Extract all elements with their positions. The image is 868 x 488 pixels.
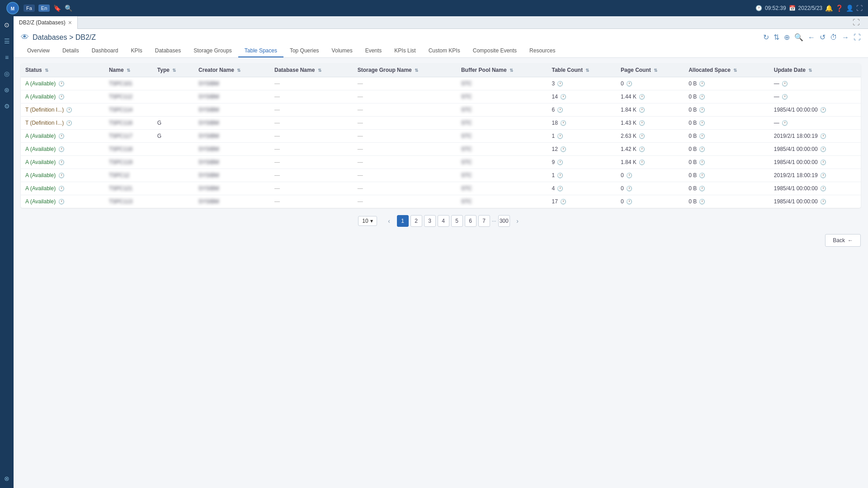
alloc-space-clock-icon[interactable]: 🕐 bbox=[699, 146, 705, 152]
alloc-space-clock-icon[interactable]: 🕐 bbox=[699, 81, 705, 86]
alloc-space-clock-icon[interactable]: 🕐 bbox=[699, 120, 705, 126]
alloc-space-clock-icon[interactable]: 🕐 bbox=[699, 94, 705, 99]
table-count-clock-icon[interactable]: 🕐 bbox=[557, 107, 563, 113]
sidebar-users-icon[interactable]: ⊛ bbox=[2, 85, 12, 95]
alloc-space-clock-icon[interactable]: 🕐 bbox=[699, 186, 705, 191]
status-clock-icon[interactable]: 🕐 bbox=[66, 120, 72, 126]
forward-nav-icon[interactable]: → bbox=[842, 33, 849, 42]
tab-table-spaces[interactable]: Table Spaces bbox=[238, 45, 283, 57]
back-nav-icon[interactable]: ← bbox=[808, 33, 815, 42]
table-count-clock-icon[interactable]: 🕐 bbox=[560, 120, 566, 126]
table-count-clock-icon[interactable]: 🕐 bbox=[557, 173, 563, 178]
col-page-count[interactable]: Page Count ⇅ bbox=[616, 63, 684, 77]
page-7-button[interactable]: 7 bbox=[478, 215, 490, 227]
user-icon[interactable]: 👤 bbox=[846, 5, 854, 12]
bell-icon[interactable]: 🔔 bbox=[825, 5, 833, 12]
update-date-clock-icon[interactable]: 🕐 bbox=[820, 186, 826, 191]
page-300-button[interactable]: 300 bbox=[498, 215, 510, 227]
col-buffer-pool-name[interactable]: Buffer Pool Name ⇅ bbox=[457, 63, 547, 77]
page-4-button[interactable]: 4 bbox=[438, 215, 449, 227]
sidebar-home-icon[interactable]: ⊙ bbox=[2, 20, 12, 30]
update-date-clock-icon[interactable]: 🕐 bbox=[782, 81, 788, 86]
history-icon[interactable]: ⏱ bbox=[830, 33, 837, 42]
col-storage-group-name[interactable]: Storage Group Name ⇅ bbox=[353, 63, 457, 77]
col-table-count[interactable]: Table Count ⇅ bbox=[547, 63, 616, 77]
page-count-clock-icon[interactable]: 🕐 bbox=[626, 173, 632, 178]
tab-volumes[interactable]: Volumes bbox=[326, 45, 359, 57]
page-2-button[interactable]: 2 bbox=[410, 215, 422, 227]
alloc-space-clock-icon[interactable]: 🕐 bbox=[699, 133, 705, 139]
help-icon[interactable]: ❓ bbox=[835, 5, 843, 12]
tab-events[interactable]: Events bbox=[359, 45, 388, 57]
tab-top-queries[interactable]: Top Queries bbox=[283, 45, 326, 57]
status-clock-icon[interactable]: 🕐 bbox=[58, 146, 65, 152]
col-name[interactable]: Name ⇅ bbox=[104, 63, 153, 77]
sidebar-list-icon[interactable]: ☰ bbox=[2, 36, 12, 46]
sidebar-bottom-icon[interactable]: ⊗ bbox=[2, 474, 12, 483]
bookmark-icon[interactable]: 🔖 bbox=[53, 5, 61, 12]
status-clock-icon[interactable]: 🕐 bbox=[66, 107, 72, 113]
update-date-clock-icon[interactable]: 🕐 bbox=[820, 199, 826, 204]
back-button[interactable]: Back ← bbox=[825, 234, 861, 247]
update-date-clock-icon[interactable]: 🕐 bbox=[820, 160, 826, 165]
tab-details[interactable]: Details bbox=[56, 45, 85, 57]
page-count-clock-icon[interactable]: 🕐 bbox=[639, 120, 645, 126]
status-clock-icon[interactable]: 🕐 bbox=[58, 199, 65, 204]
page-1-button[interactable]: 1 bbox=[397, 215, 409, 227]
col-type[interactable]: Type ⇅ bbox=[153, 63, 194, 77]
tab-overview[interactable]: Overview bbox=[21, 45, 56, 57]
tab-composite-events[interactable]: Composite Events bbox=[467, 45, 523, 57]
new-tab-button[interactable]: ⛶ bbox=[848, 19, 864, 27]
next-page-button[interactable]: › bbox=[512, 215, 524, 227]
lang-fa-button[interactable]: Fa bbox=[24, 5, 35, 12]
page-count-clock-icon[interactable]: 🕐 bbox=[626, 186, 632, 191]
tab-databases[interactable]: Databases bbox=[149, 45, 187, 57]
search-header-icon[interactable]: 🔍 bbox=[794, 33, 803, 42]
search-icon[interactable]: 🔍 bbox=[65, 5, 72, 12]
page-count-clock-icon[interactable]: 🕐 bbox=[639, 94, 645, 99]
sidebar-settings-icon[interactable]: ⚙ bbox=[2, 101, 12, 111]
alloc-space-clock-icon[interactable]: 🕐 bbox=[699, 107, 705, 113]
page-count-clock-icon[interactable]: 🕐 bbox=[639, 133, 645, 139]
update-date-clock-icon[interactable]: 🕐 bbox=[782, 120, 788, 126]
table-count-clock-icon[interactable]: 🕐 bbox=[560, 146, 566, 152]
update-date-clock-icon[interactable]: 🕐 bbox=[782, 94, 788, 99]
fullscreen-icon[interactable]: ⛶ bbox=[854, 33, 861, 42]
alloc-space-clock-icon[interactable]: 🕐 bbox=[699, 199, 705, 204]
col-status[interactable]: Status ⇅ bbox=[21, 63, 104, 77]
col-allocated-space[interactable]: Allocated Space ⇅ bbox=[684, 63, 769, 77]
table-count-clock-icon[interactable]: 🕐 bbox=[560, 94, 566, 99]
update-date-clock-icon[interactable]: 🕐 bbox=[820, 107, 826, 113]
columns-icon[interactable]: ⇅ bbox=[774, 33, 779, 42]
status-clock-icon[interactable]: 🕐 bbox=[58, 186, 65, 191]
sidebar-menu-icon[interactable]: ≡ bbox=[2, 52, 12, 62]
status-clock-icon[interactable]: 🕐 bbox=[58, 173, 65, 178]
reload-nav-icon[interactable]: ↺ bbox=[820, 33, 826, 42]
lang-en-button[interactable]: En bbox=[38, 5, 50, 12]
prev-page-button[interactable]: ‹ bbox=[383, 215, 395, 227]
col-update-date[interactable]: Update Date ⇅ bbox=[769, 63, 861, 77]
alloc-space-clock-icon[interactable]: 🕐 bbox=[699, 173, 705, 178]
window-tab-close-button[interactable]: × bbox=[68, 19, 72, 26]
update-date-clock-icon[interactable]: 🕐 bbox=[820, 146, 826, 152]
tab-kpis-list[interactable]: KPIs List bbox=[388, 45, 422, 57]
page-6-button[interactable]: 6 bbox=[465, 215, 476, 227]
table-count-clock-icon[interactable]: 🕐 bbox=[557, 133, 563, 139]
page-size-select[interactable]: 10 ▾ bbox=[358, 216, 377, 226]
page-count-clock-icon[interactable]: 🕐 bbox=[639, 146, 645, 152]
page-5-button[interactable]: 5 bbox=[451, 215, 463, 227]
status-clock-icon[interactable]: 🕐 bbox=[58, 160, 65, 165]
status-clock-icon[interactable]: 🕐 bbox=[58, 94, 65, 99]
col-creator-name[interactable]: Creator Name ⇅ bbox=[194, 63, 270, 77]
sidebar-circle-icon[interactable]: ◎ bbox=[2, 69, 12, 79]
page-count-clock-icon[interactable]: 🕐 bbox=[639, 107, 645, 113]
page-count-clock-icon[interactable]: 🕐 bbox=[626, 199, 632, 204]
tab-resources[interactable]: Resources bbox=[523, 45, 561, 57]
zoom-icon[interactable]: ⊕ bbox=[784, 33, 790, 42]
window-tab-db2z[interactable]: DB2/Z (Databases) × bbox=[14, 16, 78, 29]
col-database-name[interactable]: Database Name ⇅ bbox=[270, 63, 353, 77]
page-count-clock-icon[interactable]: 🕐 bbox=[626, 81, 632, 86]
update-date-clock-icon[interactable]: 🕐 bbox=[820, 173, 826, 178]
table-count-clock-icon[interactable]: 🕐 bbox=[557, 81, 563, 86]
table-count-clock-icon[interactable]: 🕐 bbox=[557, 186, 563, 191]
